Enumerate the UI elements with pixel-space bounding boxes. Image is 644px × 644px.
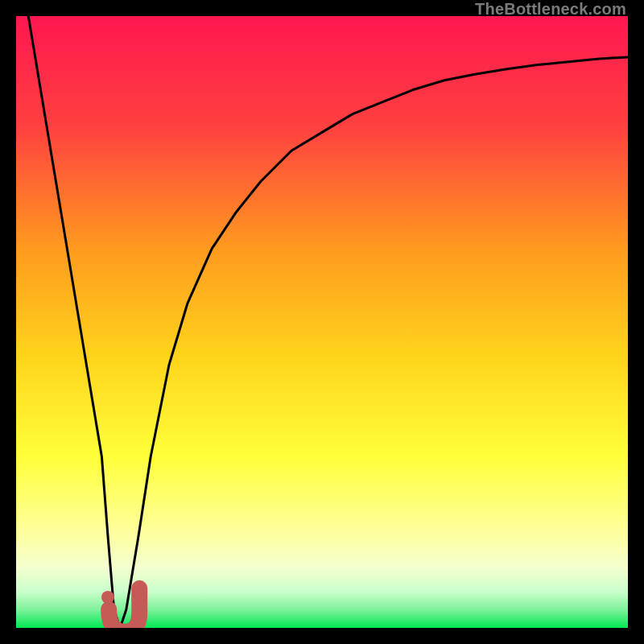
watermark-text: TheBottleneck.com	[475, 0, 626, 19]
chart-frame: TheBottleneck.com	[0, 0, 644, 644]
bottleneck-chart	[16, 16, 628, 628]
marker-dot	[101, 591, 114, 604]
